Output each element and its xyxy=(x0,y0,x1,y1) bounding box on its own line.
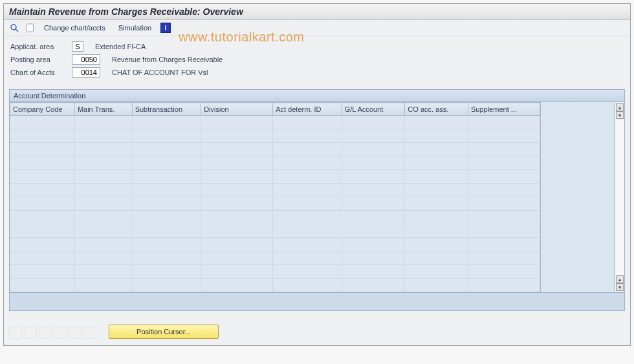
cell[interactable] xyxy=(405,184,468,197)
cell[interactable] xyxy=(342,279,405,292)
cell[interactable] xyxy=(405,156,468,170)
table-row[interactable] xyxy=(10,211,540,224)
cell[interactable] xyxy=(74,197,132,211)
cell[interactable] xyxy=(74,238,132,252)
cell[interactable] xyxy=(405,279,468,292)
cell[interactable] xyxy=(405,252,468,265)
cell[interactable] xyxy=(132,129,201,143)
table-row[interactable] xyxy=(10,197,540,211)
cell[interactable] xyxy=(10,116,75,129)
cell[interactable] xyxy=(201,184,273,197)
cell[interactable] xyxy=(74,265,132,279)
cell[interactable] xyxy=(468,238,540,252)
table-row[interactable] xyxy=(10,265,540,279)
cell[interactable] xyxy=(273,129,342,143)
cell[interactable] xyxy=(74,129,132,143)
cell[interactable] xyxy=(273,224,342,238)
cell[interactable] xyxy=(201,156,273,170)
column-header[interactable]: Act determ. ID xyxy=(273,103,342,116)
cell[interactable] xyxy=(405,265,468,279)
cell[interactable] xyxy=(468,156,540,170)
cell[interactable] xyxy=(342,170,405,184)
column-header[interactable]: G/L Account xyxy=(342,103,405,116)
cell[interactable] xyxy=(10,265,75,279)
cell[interactable] xyxy=(468,265,540,279)
cell[interactable] xyxy=(132,170,201,184)
cell[interactable] xyxy=(405,238,468,252)
cell[interactable] xyxy=(342,129,405,143)
column-header[interactable]: Main Trans. xyxy=(74,103,132,116)
magnifier-icon[interactable] xyxy=(9,23,19,33)
column-header[interactable]: Subtransaction xyxy=(132,103,201,116)
table-row[interactable] xyxy=(10,279,540,292)
table-row[interactable] xyxy=(10,238,540,252)
cell[interactable] xyxy=(468,143,540,156)
cell[interactable] xyxy=(201,252,273,265)
cell[interactable] xyxy=(342,197,405,211)
footer-btn-1[interactable] xyxy=(9,326,22,339)
cell[interactable] xyxy=(132,279,201,292)
cell[interactable] xyxy=(201,265,273,279)
scroll-track[interactable] xyxy=(616,120,624,274)
cell[interactable] xyxy=(273,143,342,156)
footer-btn-3[interactable] xyxy=(39,326,52,339)
cell[interactable] xyxy=(273,279,342,292)
cell[interactable] xyxy=(201,143,273,156)
cell[interactable] xyxy=(342,156,405,170)
applicat-area-input[interactable] xyxy=(72,41,83,52)
footer-btn-5[interactable] xyxy=(69,326,82,339)
cell[interactable] xyxy=(273,156,342,170)
cell[interactable] xyxy=(405,143,468,156)
cell[interactable] xyxy=(74,211,132,224)
scroll-up-small-icon[interactable]: ▾ xyxy=(616,111,624,119)
cell[interactable] xyxy=(468,184,540,197)
cell[interactable] xyxy=(74,279,132,292)
cell[interactable] xyxy=(342,252,405,265)
cell[interactable] xyxy=(201,116,273,129)
cell[interactable] xyxy=(74,156,132,170)
chart-of-accts-input[interactable] xyxy=(72,67,100,78)
cell[interactable] xyxy=(342,211,405,224)
cell[interactable] xyxy=(273,238,342,252)
cell[interactable] xyxy=(10,224,75,238)
create-icon[interactable] xyxy=(25,23,35,33)
table-row[interactable] xyxy=(10,252,540,265)
cell[interactable] xyxy=(10,170,75,184)
info-icon[interactable]: i xyxy=(160,23,171,33)
table-row[interactable] xyxy=(10,170,540,184)
scroll-up-icon[interactable]: ▴ xyxy=(616,103,624,111)
column-header[interactable]: Supplement ... xyxy=(468,103,540,116)
cell[interactable] xyxy=(10,184,75,197)
cell[interactable] xyxy=(273,170,342,184)
cell[interactable] xyxy=(273,184,342,197)
cell[interactable] xyxy=(342,116,405,129)
cell[interactable] xyxy=(201,197,273,211)
table-row[interactable] xyxy=(10,143,540,156)
simulation-link[interactable]: Simulation xyxy=(115,23,155,33)
cell[interactable] xyxy=(201,170,273,184)
cell[interactable] xyxy=(405,116,468,129)
cell[interactable] xyxy=(10,129,75,143)
cell[interactable] xyxy=(10,238,75,252)
cell[interactable] xyxy=(201,224,273,238)
cell[interactable] xyxy=(342,224,405,238)
table-row[interactable] xyxy=(10,129,540,143)
footer-btn-6[interactable] xyxy=(83,326,96,339)
cell[interactable] xyxy=(132,156,201,170)
cell[interactable] xyxy=(10,279,75,292)
cell[interactable] xyxy=(74,116,132,129)
cell[interactable] xyxy=(405,197,468,211)
cell[interactable] xyxy=(74,252,132,265)
cell[interactable] xyxy=(468,252,540,265)
cell[interactable] xyxy=(468,224,540,238)
column-header[interactable]: CO acc. ass. xyxy=(405,103,468,116)
cell[interactable] xyxy=(342,143,405,156)
cell[interactable] xyxy=(132,116,201,129)
cell[interactable] xyxy=(10,197,75,211)
cell[interactable] xyxy=(132,252,201,265)
cell[interactable] xyxy=(74,184,132,197)
cell[interactable] xyxy=(273,265,342,279)
cell[interactable] xyxy=(201,279,273,292)
cell[interactable] xyxy=(468,129,540,143)
cell[interactable] xyxy=(342,265,405,279)
